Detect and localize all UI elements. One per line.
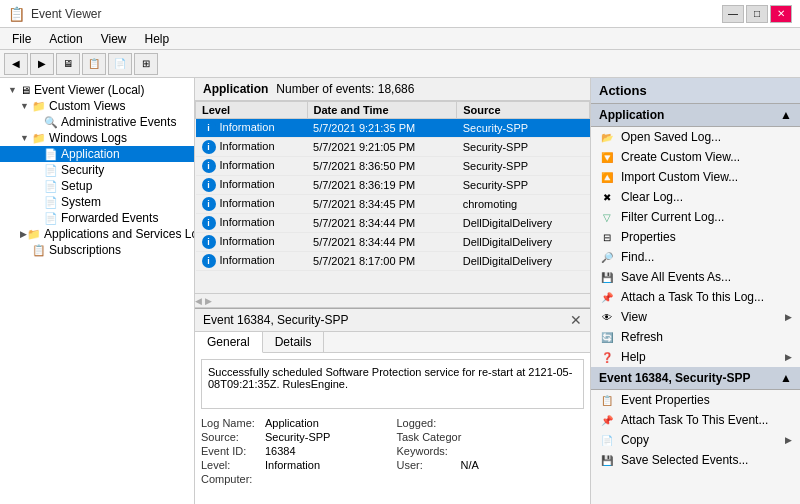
tree-item-windows-logs[interactable]: ▼ 📁 Windows Logs [0,130,194,146]
task-event-icon: 📌 [599,413,615,427]
cell-level: iInformation [196,233,308,252]
detail-close-button[interactable]: ✕ [570,312,582,328]
action-view[interactable]: 👁 View ▶ [591,307,800,327]
action-attach-task-log[interactable]: 📌 Attach a Task To this Log... [591,287,800,307]
table-row[interactable]: iInformation5/7/2021 9:21:05 PMSecurity-… [196,138,590,157]
col-source[interactable]: Source [457,102,590,119]
detail-title: Event 16384, Security-SPP [203,313,348,327]
horizontal-scrollbar[interactable]: ◀ ▶ [195,293,590,307]
user-value: N/A [461,459,479,471]
field-event-id: Event ID: 16384 [201,445,389,457]
detail-description: Successfully scheduled Software Protecti… [201,359,584,409]
minimize-button[interactable]: — [722,5,744,23]
maximize-button[interactable]: □ [746,5,768,23]
toolbar-btn2[interactable]: 📋 [82,53,106,75]
cell-datetime: 5/7/2021 8:36:50 PM [307,157,457,176]
table-row[interactable]: iInformation5/7/2021 8:36:50 PMSecurity-… [196,157,590,176]
toolbar-btn3[interactable]: 📄 [108,53,132,75]
action-save-selected-events[interactable]: 💾 Save Selected Events... [591,450,800,470]
copy-icon: 📄 [599,433,615,447]
field-log-name: Log Name: Application [201,417,389,429]
event-props-icon: 📋 [599,393,615,407]
tab-details[interactable]: Details [263,332,325,352]
tree-item-custom-views[interactable]: ▼ 📁 Custom Views [0,98,194,114]
user-label: User: [397,459,457,471]
info-badge-icon: i [202,216,216,230]
title-bar: 📋 Event Viewer — □ ✕ [0,0,800,28]
tree-item-admin-events[interactable]: 🔍 Administrative Events [0,114,194,130]
action-open-saved-log[interactable]: 📂 Open Saved Log... [591,127,800,147]
table-row[interactable]: iInformation5/7/2021 8:36:19 PMSecurity-… [196,176,590,195]
action-save-all-events[interactable]: 💾 Save All Events As... [591,267,800,287]
section2-collapse-icon: ▲ [780,371,792,385]
window-controls[interactable]: — □ ✕ [722,5,792,23]
cell-source: chromoting [457,195,590,214]
cell-level: iInformation [196,176,308,195]
action-event-properties[interactable]: 📋 Event Properties [591,390,800,410]
event-count: Number of events: 18,686 [276,82,414,96]
menu-view[interactable]: View [93,30,135,48]
table-row[interactable]: iInformation5/7/2021 9:21:35 PMSecurity-… [196,119,590,138]
cell-datetime: 5/7/2021 8:17:00 PM [307,252,457,271]
logged-label: Logged: [397,417,457,429]
field-task-category: Task Categor [397,431,585,443]
action-filter-current-log[interactable]: ▽ Filter Current Log... [591,207,800,227]
tree-item-setup[interactable]: 📄 Setup [0,178,194,194]
expand-icon: ▼ [8,85,20,95]
cell-level: iInformation [196,214,308,233]
table-row[interactable]: iInformation5/7/2021 8:34:44 PMDellDigit… [196,214,590,233]
tab-general[interactable]: General [195,332,263,353]
table-row[interactable]: iInformation5/7/2021 8:34:45 PMchromotin… [196,195,590,214]
field-logged: Logged: [397,417,585,429]
action-attach-task-event[interactable]: 📌 Attach Task To This Event... [591,410,800,430]
action-find[interactable]: 🔎 Find... [591,247,800,267]
expand-icon: ▼ [20,101,32,111]
computer-label: Computer: [201,473,261,485]
toolbar-btn1[interactable]: 🖥 [56,53,80,75]
detail-body[interactable]: Successfully scheduled Software Protecti… [195,353,590,504]
action-clear-log[interactable]: ✖ Clear Log... [591,187,800,207]
col-level[interactable]: Level [196,102,308,119]
actions-section-event[interactable]: Event 16384, Security-SPP ▲ [591,367,800,390]
tree-item-security[interactable]: 📄 Security [0,162,194,178]
field-source: Source: Security-SPP [201,431,389,443]
toolbar-forward[interactable]: ▶ [30,53,54,75]
actions-section-application[interactable]: Application ▲ [591,104,800,127]
action-properties[interactable]: ⊟ Properties [591,227,800,247]
cell-datetime: 5/7/2021 9:21:35 PM [307,119,457,138]
action-create-custom-view[interactable]: 🔽 Create Custom View... [591,147,800,167]
tree-item-subscriptions[interactable]: 📋 Subscriptions [0,242,194,258]
save-selected-icon: 💾 [599,453,615,467]
tree-item-system[interactable]: 📄 System [0,194,194,210]
tree-item-apps-services[interactable]: ▶ 📁 Applications and Services Logs [0,226,194,242]
cell-source: Security-SPP [457,157,590,176]
view-icon: 👁 [599,310,615,324]
menu-help[interactable]: Help [137,30,178,48]
action-refresh[interactable]: 🔄 Refresh [591,327,800,347]
table-row[interactable]: iInformation5/7/2021 8:17:00 PMDellDigit… [196,252,590,271]
tree-item-application[interactable]: 📄 Application [0,146,194,162]
table-row[interactable]: iInformation5/7/2021 8:34:44 PMDellDigit… [196,233,590,252]
close-button[interactable]: ✕ [770,5,792,23]
tree-item-forwarded-events[interactable]: 📄 Forwarded Events [0,210,194,226]
clear-icon: ✖ [599,190,615,204]
toolbar-back[interactable]: ◀ [4,53,28,75]
toolbar-btn4[interactable]: ⊞ [134,53,158,75]
menu-action[interactable]: Action [41,30,90,48]
toolbar: ◀ ▶ 🖥 📋 📄 ⊞ [0,50,800,78]
action-import-custom-view[interactable]: 🔼 Import Custom View... [591,167,800,187]
info-badge-icon: i [202,254,216,268]
menu-bar: File Action View Help [0,28,800,50]
menu-file[interactable]: File [4,30,39,48]
event-list-app-name: Application [203,82,268,96]
info-badge-icon: i [202,140,216,154]
action-copy[interactable]: 📄 Copy ▶ [591,430,800,450]
action-help[interactable]: ❓ Help ▶ [591,347,800,367]
event-table[interactable]: Level Date and Time Source iInformation5… [195,101,590,293]
tree-item-event-viewer[interactable]: ▼ 🖥 Event Viewer (Local) [0,82,194,98]
properties-icon: ⊟ [599,230,615,244]
find-icon: 🔎 [599,250,615,264]
col-datetime[interactable]: Date and Time [307,102,457,119]
info-badge-icon: i [202,235,216,249]
field-keywords: Keywords: [397,445,585,457]
